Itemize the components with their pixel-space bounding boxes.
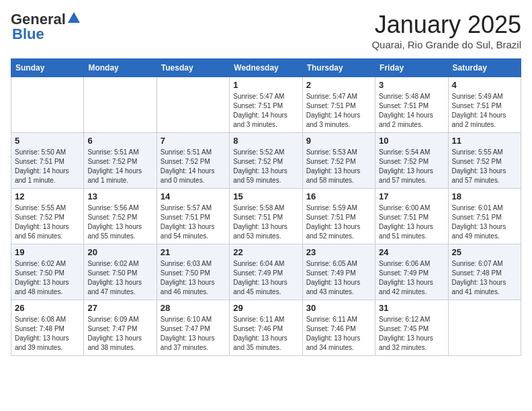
day-info: Sunrise: 6:11 AMSunset: 7:46 PMDaylight:…	[233, 315, 298, 353]
calendar-cell: 8Sunrise: 5:52 AMSunset: 7:52 PMDaylight…	[230, 133, 302, 189]
day-number: 27	[87, 303, 152, 313]
day-info: Sunrise: 5:59 AMSunset: 7:51 PMDaylight:…	[306, 203, 371, 241]
day-info: Sunrise: 6:02 AMSunset: 7:50 PMDaylight:…	[15, 259, 80, 297]
logo-blue-text: Blue	[12, 26, 44, 43]
day-info: Sunrise: 5:54 AMSunset: 7:52 PMDaylight:…	[379, 148, 444, 185]
day-info: Sunrise: 5:58 AMSunset: 7:51 PMDaylight:…	[233, 203, 298, 241]
title-area: January 2025 Quarai, Rio Grande do Sul, …	[371, 11, 521, 50]
day-info: Sunrise: 5:52 AMSunset: 7:52 PMDaylight:…	[233, 148, 298, 185]
day-number: 18	[452, 191, 517, 201]
page-header: General Blue January 2025 Quarai, Rio Gr…	[11, 11, 521, 50]
calendar-cell: 4Sunrise: 5:49 AMSunset: 7:51 PMDaylight…	[448, 77, 521, 133]
day-info: Sunrise: 6:09 AMSunset: 7:47 PMDaylight:…	[87, 315, 152, 353]
calendar-cell: 12Sunrise: 5:55 AMSunset: 7:52 PMDayligh…	[11, 189, 84, 244]
day-number: 13	[87, 191, 152, 201]
day-info: Sunrise: 5:47 AMSunset: 7:51 PMDaylight:…	[233, 92, 298, 130]
day-number: 24	[379, 247, 444, 257]
calendar-cell: 16Sunrise: 5:59 AMSunset: 7:51 PMDayligh…	[302, 189, 375, 244]
day-info: Sunrise: 5:51 AMSunset: 7:52 PMDaylight:…	[87, 148, 152, 185]
day-info: Sunrise: 5:48 AMSunset: 7:51 PMDaylight:…	[379, 92, 444, 130]
weekday-header-wednesday: Wednesday	[230, 59, 302, 77]
calendar-cell: 15Sunrise: 5:58 AMSunset: 7:51 PMDayligh…	[230, 189, 302, 244]
calendar-week-row: 19Sunrise: 6:02 AMSunset: 7:50 PMDayligh…	[11, 244, 521, 300]
day-number: 4	[452, 80, 517, 90]
calendar-cell: 26Sunrise: 6:08 AMSunset: 7:48 PMDayligh…	[11, 300, 84, 356]
day-info: Sunrise: 6:04 AMSunset: 7:49 PMDaylight:…	[233, 259, 298, 297]
calendar-cell: 31Sunrise: 6:12 AMSunset: 7:45 PMDayligh…	[375, 300, 448, 356]
calendar-cell: 19Sunrise: 6:02 AMSunset: 7:50 PMDayligh…	[11, 244, 84, 300]
day-info: Sunrise: 6:10 AMSunset: 7:47 PMDaylight:…	[161, 315, 226, 353]
day-number: 15	[233, 191, 298, 201]
calendar-week-row: 5Sunrise: 5:50 AMSunset: 7:51 PMDaylight…	[11, 133, 521, 189]
day-number: 30	[306, 303, 371, 313]
day-info: Sunrise: 6:01 AMSunset: 7:51 PMDaylight:…	[452, 203, 517, 241]
calendar-cell: 28Sunrise: 6:10 AMSunset: 7:47 PMDayligh…	[157, 300, 229, 356]
day-number: 16	[306, 191, 371, 201]
calendar-cell: 30Sunrise: 6:11 AMSunset: 7:46 PMDayligh…	[302, 300, 375, 356]
calendar-cell: 23Sunrise: 6:05 AMSunset: 7:49 PMDayligh…	[302, 244, 375, 300]
day-number: 19	[15, 247, 80, 257]
day-info: Sunrise: 5:53 AMSunset: 7:52 PMDaylight:…	[306, 148, 371, 185]
day-info: Sunrise: 6:12 AMSunset: 7:45 PMDaylight:…	[379, 315, 444, 353]
day-number: 12	[15, 191, 80, 201]
day-number: 2	[306, 80, 371, 90]
calendar-week-row: 26Sunrise: 6:08 AMSunset: 7:48 PMDayligh…	[11, 300, 521, 356]
calendar-cell: 1Sunrise: 5:47 AMSunset: 7:51 PMDaylight…	[230, 77, 302, 133]
calendar-cell: 20Sunrise: 6:02 AMSunset: 7:50 PMDayligh…	[84, 244, 157, 300]
weekday-header-row: SundayMondayTuesdayWednesdayThursdayFrid…	[11, 59, 521, 77]
day-number: 11	[452, 136, 517, 146]
calendar-cell	[11, 77, 84, 133]
day-info: Sunrise: 5:56 AMSunset: 7:52 PMDaylight:…	[87, 203, 152, 241]
logo-icon	[66, 11, 81, 26]
calendar-cell: 22Sunrise: 6:04 AMSunset: 7:49 PMDayligh…	[230, 244, 302, 300]
calendar-cell: 17Sunrise: 6:00 AMSunset: 7:51 PMDayligh…	[375, 189, 448, 244]
day-info: Sunrise: 5:49 AMSunset: 7:51 PMDaylight:…	[452, 92, 517, 130]
day-number: 25	[452, 247, 517, 257]
calendar-cell	[448, 300, 521, 356]
day-number: 14	[161, 191, 226, 201]
calendar-week-row: 1Sunrise: 5:47 AMSunset: 7:51 PMDaylight…	[11, 77, 521, 133]
day-info: Sunrise: 5:57 AMSunset: 7:51 PMDaylight:…	[161, 203, 226, 241]
weekday-header-thursday: Thursday	[302, 59, 375, 77]
day-info: Sunrise: 6:07 AMSunset: 7:48 PMDaylight:…	[452, 259, 517, 297]
weekday-header-monday: Monday	[84, 59, 157, 77]
weekday-header-saturday: Saturday	[448, 59, 521, 77]
day-number: 21	[161, 247, 226, 257]
calendar-cell: 29Sunrise: 6:11 AMSunset: 7:46 PMDayligh…	[230, 300, 302, 356]
calendar-cell: 11Sunrise: 5:55 AMSunset: 7:52 PMDayligh…	[448, 133, 521, 189]
day-info: Sunrise: 5:47 AMSunset: 7:51 PMDaylight:…	[306, 92, 371, 130]
calendar-table: SundayMondayTuesdayWednesdayThursdayFrid…	[11, 58, 521, 356]
svg-marker-0	[68, 12, 80, 23]
calendar-week-row: 12Sunrise: 5:55 AMSunset: 7:52 PMDayligh…	[11, 189, 521, 244]
calendar-subtitle: Quarai, Rio Grande do Sul, Brazil	[371, 39, 521, 50]
day-number: 31	[379, 303, 444, 313]
calendar-title: January 2025	[371, 11, 521, 39]
calendar-cell: 10Sunrise: 5:54 AMSunset: 7:52 PMDayligh…	[375, 133, 448, 189]
calendar-cell: 18Sunrise: 6:01 AMSunset: 7:51 PMDayligh…	[448, 189, 521, 244]
weekday-header-sunday: Sunday	[11, 59, 84, 77]
calendar-cell: 13Sunrise: 5:56 AMSunset: 7:52 PMDayligh…	[84, 189, 157, 244]
calendar-cell: 21Sunrise: 6:03 AMSunset: 7:50 PMDayligh…	[157, 244, 229, 300]
day-number: 10	[379, 136, 444, 146]
day-info: Sunrise: 6:11 AMSunset: 7:46 PMDaylight:…	[306, 315, 371, 353]
calendar-cell: 25Sunrise: 6:07 AMSunset: 7:48 PMDayligh…	[448, 244, 521, 300]
day-number: 1	[233, 80, 298, 90]
day-number: 17	[379, 191, 444, 201]
calendar-cell: 9Sunrise: 5:53 AMSunset: 7:52 PMDaylight…	[302, 133, 375, 189]
day-number: 5	[15, 136, 80, 146]
calendar-cell: 14Sunrise: 5:57 AMSunset: 7:51 PMDayligh…	[157, 189, 229, 244]
day-info: Sunrise: 6:03 AMSunset: 7:50 PMDaylight:…	[161, 259, 226, 297]
calendar-cell: 7Sunrise: 5:51 AMSunset: 7:52 PMDaylight…	[157, 133, 229, 189]
day-number: 20	[87, 247, 152, 257]
day-info: Sunrise: 5:55 AMSunset: 7:52 PMDaylight:…	[15, 203, 80, 241]
day-info: Sunrise: 5:50 AMSunset: 7:51 PMDaylight:…	[15, 148, 80, 185]
calendar-cell: 6Sunrise: 5:51 AMSunset: 7:52 PMDaylight…	[84, 133, 157, 189]
day-number: 6	[87, 136, 152, 146]
calendar-cell	[84, 77, 157, 133]
day-number: 7	[161, 136, 226, 146]
day-number: 3	[379, 80, 444, 90]
calendar-cell: 5Sunrise: 5:50 AMSunset: 7:51 PMDaylight…	[11, 133, 84, 189]
day-info: Sunrise: 6:05 AMSunset: 7:49 PMDaylight:…	[306, 259, 371, 297]
day-number: 23	[306, 247, 371, 257]
day-info: Sunrise: 5:55 AMSunset: 7:52 PMDaylight:…	[452, 148, 517, 185]
